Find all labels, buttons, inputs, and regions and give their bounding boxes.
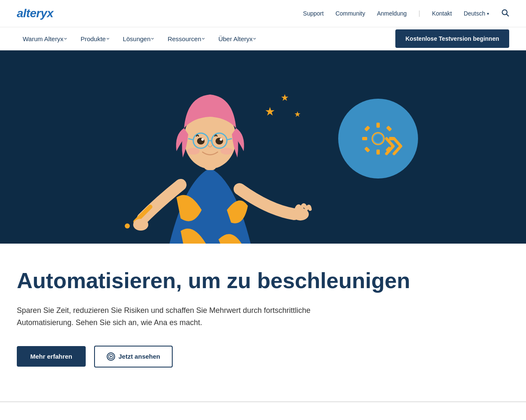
nav-ressourcen-label: Ressourcen <box>168 35 201 42</box>
nav-support[interactable]: Support <box>303 10 323 17</box>
bottom-separator <box>0 401 526 419</box>
nav-separator: | <box>418 10 420 17</box>
nav-loesungen-label: Lösungen <box>123 35 150 42</box>
svg-point-29 <box>220 138 222 141</box>
search-button[interactable] <box>501 8 509 19</box>
nav-ueber-alteryx-chevron: › <box>252 37 259 39</box>
button-row: Mehr erfahren Jetzt ansehen <box>17 346 509 368</box>
nav-loesungen[interactable]: Lösungen › <box>117 32 160 46</box>
language-selector[interactable]: Deutsch ▾ <box>464 10 489 17</box>
svg-marker-37 <box>110 355 113 358</box>
svg-point-35 <box>133 219 148 231</box>
main-nav-items: Warum Alteryx › Produkte › Lösungen › Re… <box>17 32 262 46</box>
language-chevron: ▾ <box>487 11 489 16</box>
svg-point-30 <box>187 148 200 155</box>
svg-text:★: ★ <box>281 92 289 103</box>
svg-text:★: ★ <box>294 110 301 118</box>
svg-point-31 <box>221 148 233 155</box>
nav-loesungen-chevron: › <box>150 37 157 39</box>
nav-warum-alteryx[interactable]: Warum Alteryx › <box>17 32 73 46</box>
nav-ueber-alteryx[interactable]: Über Alteryx › <box>213 32 262 46</box>
svg-rect-7 <box>376 150 380 155</box>
nav-community[interactable]: Community <box>335 10 365 17</box>
jetzt-ansehen-button[interactable]: Jetzt ansehen <box>94 346 173 368</box>
main-nav: Warum Alteryx › Produkte › Lösungen › Re… <box>0 27 526 50</box>
svg-point-14 <box>374 134 382 143</box>
nav-produkte[interactable]: Produkte › <box>75 32 116 46</box>
svg-line-1 <box>507 14 509 16</box>
cta-testversion-button[interactable]: Kostenlose Testversion beginnen <box>395 29 509 48</box>
language-label: Deutsch <box>464 10 485 17</box>
nav-produkte-label: Produkte <box>81 35 106 42</box>
nav-produkte-chevron: › <box>105 37 112 39</box>
content-description: Sparen Sie Zeit, reduzieren Sie Risiken … <box>17 304 353 329</box>
top-header: alteryx Support Community Anmeldung | Ko… <box>0 0 526 27</box>
logo[interactable]: alteryx <box>17 7 53 20</box>
logo-text: alteryx <box>17 7 53 20</box>
logo-area: alteryx <box>17 7 53 20</box>
play-icon <box>107 352 115 361</box>
nav-warum-alteryx-label: Warum Alteryx <box>23 35 63 42</box>
svg-rect-8 <box>362 137 367 140</box>
nav-ueber-alteryx-label: Über Alteryx <box>218 35 253 42</box>
top-nav: Support Community Anmeldung | Kontakt De… <box>303 8 509 19</box>
svg-rect-6 <box>376 123 380 128</box>
content-heading: Automatisieren, um zu beschleunigen <box>17 269 509 293</box>
content-section: Automatisieren, um zu beschleunigen Spar… <box>0 244 526 401</box>
nav-ressourcen-chevron: › <box>200 37 207 39</box>
svg-text:★: ★ <box>265 105 275 118</box>
jetzt-ansehen-label: Jetzt ansehen <box>118 353 160 360</box>
hero-illustration: ★ ★ ★ <box>0 50 526 244</box>
hero-svg: ★ ★ ★ <box>0 50 526 244</box>
mehr-erfahren-button[interactable]: Mehr erfahren <box>17 346 86 367</box>
nav-kontakt[interactable]: Kontakt <box>432 10 452 17</box>
nav-warum-alteryx-chevron: › <box>63 37 69 39</box>
nav-ressourcen[interactable]: Ressourcen › <box>162 32 211 46</box>
svg-rect-2 <box>0 50 526 244</box>
svg-point-33 <box>125 223 130 228</box>
hero-section: ★ ★ ★ <box>0 50 526 244</box>
nav-anmeldung[interactable]: Anmeldung <box>377 10 407 17</box>
svg-point-28 <box>201 138 204 141</box>
